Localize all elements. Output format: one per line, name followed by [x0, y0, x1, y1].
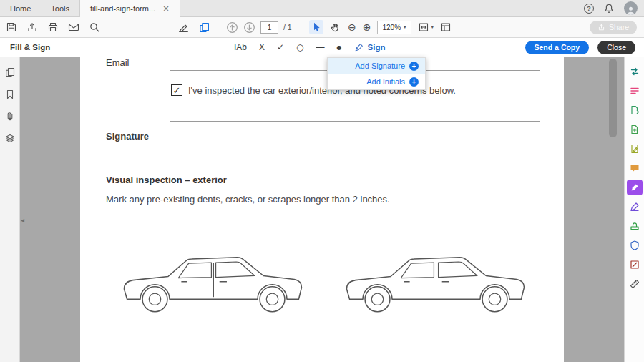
menu-item-add-initials[interactable]: Add Initials +	[328, 74, 425, 89]
print-icon[interactable]	[47, 21, 59, 33]
tabbar-right: ?	[584, 0, 644, 16]
tool-protect-icon[interactable]	[629, 240, 640, 251]
tab-tools[interactable]: Tools	[41, 0, 79, 16]
car-outline-right	[333, 236, 539, 317]
tool-request-signatures-icon[interactable]	[629, 201, 640, 212]
car-outline-left	[111, 236, 316, 317]
tab-document[interactable]: fill-and-sign-form... ×	[79, 0, 180, 17]
tool-convert-icon[interactable]	[629, 66, 640, 77]
upload-icon[interactable]	[26, 21, 38, 33]
notifications-icon[interactable]	[603, 3, 615, 14]
plus-circle-icon: +	[409, 62, 419, 71]
page-number-input[interactable]	[260, 21, 278, 34]
avatar[interactable]	[624, 1, 638, 15]
left-navigation-rail	[0, 57, 20, 362]
bookmarks-icon[interactable]	[4, 89, 16, 100]
page-navigation-group: / 1	[226, 17, 292, 37]
fill-sign-title: Fill & Sign	[10, 43, 50, 52]
tool-redact-icon[interactable]	[629, 259, 640, 270]
tab-bar: Home Tools fill-and-sign-form... × ?	[0, 0, 644, 17]
main-area: Email ✓ I've inspected the car exterior/…	[0, 57, 644, 362]
search-icon[interactable]	[89, 21, 100, 33]
signature-input-field[interactable]	[170, 121, 540, 145]
inspection-checkbox[interactable]: ✓	[171, 84, 182, 96]
next-page-icon[interactable]	[243, 21, 255, 34]
plus-circle-icon: +	[409, 77, 419, 87]
right-tools-rail	[624, 57, 644, 362]
zoom-in-icon[interactable]: ⊕	[363, 21, 371, 33]
page-total-label: / 1	[283, 23, 292, 31]
sign-dropdown-menu: Add Signature + Add Initials +	[327, 57, 426, 90]
pdf-page: Email ✓ I've inspected the car exterior/…	[80, 57, 564, 362]
hand-tool-icon[interactable]	[330, 21, 341, 33]
collapse-panel-icon[interactable]: ◂	[21, 216, 24, 224]
tab-close-icon[interactable]: ×	[162, 4, 170, 13]
layers-icon[interactable]	[4, 133, 16, 145]
view-tools-group: ⊖ ⊕ 120% ▾ ▾	[309, 17, 452, 37]
share-button[interactable]: Share	[590, 21, 637, 34]
copy-pages-icon[interactable]	[198, 21, 210, 34]
add-text-tool[interactable]: IAb	[234, 42, 247, 52]
tool-create-pdf-icon[interactable]	[629, 124, 640, 135]
vertical-scrollbar-thumb[interactable]	[609, 59, 617, 137]
zoom-level-select[interactable]: 120% ▾	[377, 21, 411, 34]
tab-tools-label: Tools	[51, 4, 69, 13]
pen-icon	[354, 42, 364, 52]
signature-field-label: Signature	[106, 131, 149, 142]
cross-tool[interactable]: X	[259, 42, 265, 52]
main-toolbar: / 1 ⊖ ⊕ 120% ▾ ▾	[0, 17, 644, 38]
tool-organize-pages-icon[interactable]	[629, 85, 640, 97]
tool-comment-icon[interactable]	[629, 162, 640, 174]
chevron-down-icon: ▾	[404, 24, 406, 30]
tool-export-pdf-icon[interactable]	[629, 104, 640, 116]
share-group: Share	[590, 17, 637, 37]
send-a-copy-button[interactable]: Send a Copy	[525, 41, 590, 54]
close-button[interactable]: Close	[597, 41, 635, 54]
fit-width-icon[interactable]: ▾	[418, 21, 434, 33]
sign-button[interactable]: Sign	[354, 42, 386, 52]
zoom-level-value: 120%	[382, 24, 401, 31]
reading-mode-icon[interactable]	[440, 21, 452, 33]
sign-label: Sign	[368, 43, 386, 52]
attachments-icon[interactable]	[4, 111, 16, 122]
line-tool[interactable]: —	[316, 42, 325, 52]
dot-tool[interactable]: ●	[337, 44, 342, 51]
checkmark-tool[interactable]: ✓	[277, 42, 284, 52]
circle-tool[interactable]: ○	[296, 42, 303, 52]
fill-sign-toolbar: Fill & Sign IAb X ✓ ○ — ● Sign Send a Co…	[0, 38, 644, 57]
help-icon[interactable]: ?	[584, 4, 594, 14]
chevron-down-icon: ▾	[431, 24, 434, 30]
tab-home[interactable]: Home	[0, 0, 41, 16]
email-icon[interactable]	[68, 21, 79, 33]
fill-sign-tool-icon[interactable]	[177, 21, 190, 34]
add-initials-label: Add Initials	[366, 77, 405, 86]
select-tool-icon[interactable]	[309, 20, 323, 34]
tool-measure-icon[interactable]	[629, 278, 640, 290]
add-signature-label: Add Signature	[355, 62, 405, 70]
section-heading: Visual inspection – exterior	[106, 175, 227, 185]
tab-home-label: Home	[10, 4, 31, 13]
tool-fill-sign-active[interactable]	[627, 180, 643, 195]
share-icon	[597, 23, 605, 31]
file-tools-group	[6, 17, 100, 37]
previous-page-icon[interactable]	[226, 21, 238, 34]
tool-edit-pdf-icon[interactable]	[629, 143, 640, 155]
acrobat-window: Home Tools fill-and-sign-form... × ?	[0, 0, 644, 362]
fill-sign-tools: IAb X ✓ ○ — ● Sign	[234, 42, 385, 52]
page-thumbnails-icon[interactable]	[4, 67, 16, 78]
fill-sign-actions: Send a Copy Close	[525, 41, 635, 54]
save-icon[interactable]	[6, 21, 17, 33]
tab-document-label: fill-and-sign-form...	[90, 4, 155, 13]
menu-item-add-signature[interactable]: Add Signature +	[328, 58, 425, 74]
email-field-label: Email	[106, 57, 130, 68]
section-description: Mark any pre-existing dents, cracks, or …	[106, 194, 390, 205]
share-label: Share	[609, 23, 629, 31]
document-tools-group	[177, 17, 210, 37]
zoom-out-icon[interactable]: ⊖	[348, 21, 356, 33]
fill-sign-pen-icon	[630, 182, 640, 192]
document-area[interactable]: Email ✓ I've inspected the car exterior/…	[20, 57, 624, 362]
car-diagrams	[111, 236, 539, 317]
tool-stamp-icon[interactable]	[629, 220, 640, 232]
